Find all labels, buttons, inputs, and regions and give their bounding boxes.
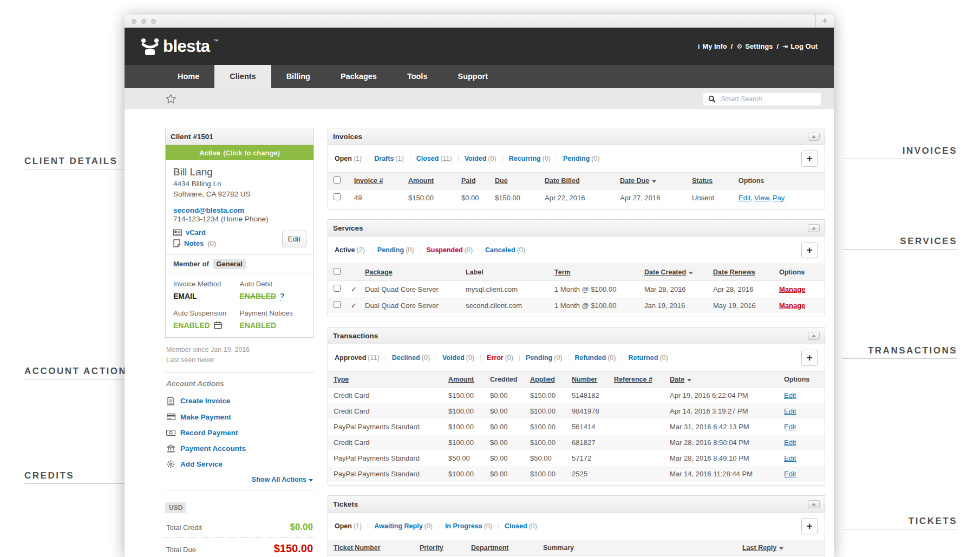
col-amount[interactable]: Amount: [448, 376, 474, 383]
tab-clients[interactable]: Clients: [214, 65, 271, 88]
filter-pending[interactable]: Pending(0): [563, 155, 600, 162]
col-date-billed[interactable]: Date Billed: [545, 177, 580, 185]
col-package[interactable]: Package: [365, 268, 393, 276]
col-last-reply[interactable]: Last Reply: [742, 544, 776, 552]
calendar-icon[interactable]: [214, 321, 222, 329]
tab-home[interactable]: Home: [162, 65, 214, 88]
tickets-panel-title: Tickets: [333, 500, 358, 508]
filter-error[interactable]: Error(0): [487, 354, 513, 362]
tickets-panel: Tickets Open(1) Awaiting Reply(0) In Pro…: [328, 495, 825, 557]
services-filters: Active(2) Pending(0) Suspended(0) Cancel…: [328, 237, 825, 264]
manage-service-link[interactable]: Manage: [779, 285, 805, 293]
transaction-edit-link[interactable]: Edit: [784, 407, 796, 415]
show-all-actions-link[interactable]: Show All Actions: [252, 476, 306, 483]
collapse-button[interactable]: [808, 500, 820, 508]
filter-refunded[interactable]: Refunded(0): [575, 354, 616, 362]
collapse-button[interactable]: [808, 332, 820, 340]
col-paid[interactable]: Paid: [461, 177, 475, 185]
maximize-window-icon[interactable]: [151, 19, 156, 24]
row-checkbox[interactable]: [334, 301, 341, 308]
filter-recurring[interactable]: Recurring(0): [509, 155, 551, 162]
filter-active[interactable]: Active(2): [335, 246, 365, 254]
col-amount[interactable]: Amount: [408, 177, 434, 185]
filter-canceled[interactable]: Canceled(0): [485, 246, 525, 254]
create-invoice-link[interactable]: Create Invoice: [180, 397, 230, 405]
vcard-link[interactable]: vCard: [186, 228, 206, 237]
add-service-button[interactable]: +: [801, 242, 818, 258]
select-all-checkbox[interactable]: [334, 176, 341, 184]
col-date-created[interactable]: Date Created: [644, 268, 686, 276]
transaction-edit-link[interactable]: Edit: [784, 470, 796, 478]
transaction-edit-link[interactable]: Edit: [784, 438, 796, 447]
add-invoice-button[interactable]: +: [801, 150, 818, 167]
tab-packages[interactable]: Packages: [325, 65, 392, 88]
notes-link[interactable]: Notes: [184, 239, 204, 247]
tab-support[interactable]: Support: [442, 65, 503, 88]
row-checkbox[interactable]: [334, 193, 341, 200]
filter-closed[interactable]: Closed(0): [505, 522, 537, 530]
record-payment-link[interactable]: Record Payment: [180, 429, 238, 437]
edit-client-button[interactable]: Edit: [282, 231, 306, 247]
col-due[interactable]: Due: [495, 177, 508, 185]
col-ticket-number[interactable]: Ticket Number: [334, 544, 381, 552]
tab-tools[interactable]: Tools: [392, 65, 443, 88]
favorite-star-icon[interactable]: [166, 94, 176, 104]
select-all-checkbox[interactable]: [334, 268, 341, 275]
col-invoice-number[interactable]: Invoice #: [354, 177, 383, 185]
new-tab-button[interactable]: +: [815, 15, 834, 28]
invoices-panel-title: Invoices: [333, 133, 362, 141]
col-date-due[interactable]: Date Due: [620, 177, 649, 185]
filter-closed[interactable]: Closed(11): [416, 155, 452, 162]
add-ticket-button[interactable]: +: [801, 518, 818, 534]
invoice-view-link[interactable]: View: [754, 194, 769, 202]
filter-awaiting-reply[interactable]: Awaiting Reply(0): [374, 522, 433, 530]
transaction-edit-link[interactable]: Edit: [784, 423, 796, 431]
transaction-edit-link[interactable]: Edit: [784, 391, 796, 399]
close-window-icon[interactable]: [132, 19, 136, 24]
invoice-edit-link[interactable]: Edit: [739, 194, 750, 202]
log-out-link[interactable]: ⇥ Log Out: [782, 42, 818, 50]
invoice-pay-link[interactable]: Pay: [773, 194, 785, 202]
col-number[interactable]: Number: [572, 376, 597, 383]
col-date[interactable]: Date: [670, 376, 684, 383]
filter-approved[interactable]: Approved(11): [335, 354, 380, 362]
payment-accounts-link[interactable]: Payment Accounts: [180, 444, 246, 453]
filter-open[interactable]: Open(1): [335, 155, 362, 162]
my-info-link[interactable]: i My Info: [698, 42, 727, 50]
minimize-window-icon[interactable]: [141, 19, 146, 24]
col-date-renews[interactable]: Date Renews: [713, 268, 755, 276]
filter-voided[interactable]: Voided(0): [442, 354, 474, 362]
manage-service-link[interactable]: Manage: [779, 302, 805, 310]
search-input[interactable]: [721, 95, 816, 103]
col-applied[interactable]: Applied: [530, 376, 555, 383]
filter-voided[interactable]: Voided(0): [465, 155, 496, 162]
col-status[interactable]: Status: [692, 177, 713, 185]
client-email-link[interactable]: second@blesta.com: [173, 206, 244, 214]
collapse-button[interactable]: [808, 224, 820, 232]
client-status-bar[interactable]: Active (Click to change): [166, 145, 313, 160]
col-department[interactable]: Department: [471, 544, 508, 552]
make-payment-link[interactable]: Make Payment: [180, 413, 231, 421]
action-add-service: Add Service: [166, 460, 313, 468]
tab-billing[interactable]: Billing: [271, 65, 325, 88]
filter-returned[interactable]: Returned(0): [628, 354, 668, 362]
row-checkbox[interactable]: [334, 285, 341, 292]
collapse-button[interactable]: [808, 133, 820, 141]
transaction-edit-link[interactable]: Edit: [784, 454, 796, 462]
filter-pending[interactable]: Pending(0): [377, 246, 414, 254]
filter-open[interactable]: Open(1): [335, 522, 362, 530]
filter-pending[interactable]: Pending(0): [526, 354, 563, 362]
filter-declined[interactable]: Declined(0): [392, 354, 430, 362]
auto-debit-help-link[interactable]: ?: [280, 292, 284, 300]
add-transaction-button[interactable]: +: [801, 350, 818, 366]
col-type[interactable]: Type: [334, 376, 349, 383]
add-service-link[interactable]: Add Service: [180, 460, 223, 468]
settings-link[interactable]: ⚙ Settings: [736, 42, 773, 50]
filter-in-progress[interactable]: In Progress(0): [445, 522, 492, 530]
filter-suspended[interactable]: Suspended(0): [426, 246, 473, 254]
bank-icon: [166, 444, 175, 453]
col-reference[interactable]: Reference #: [614, 376, 652, 383]
filter-drafts[interactable]: Drafts(1): [374, 155, 403, 162]
col-term[interactable]: Term: [554, 268, 571, 276]
col-priority[interactable]: Priority: [420, 544, 443, 552]
